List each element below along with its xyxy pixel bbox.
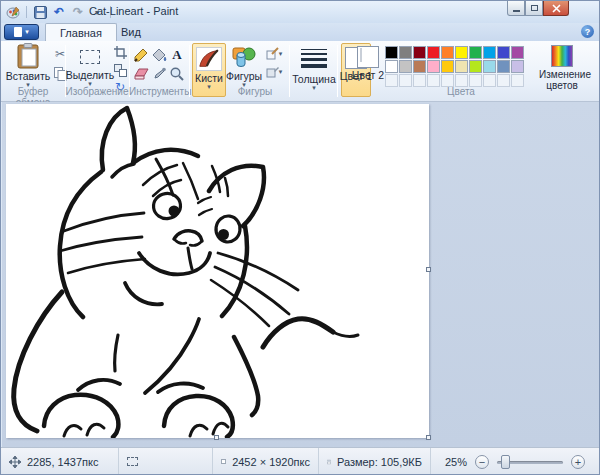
text-tool-button[interactable]: A (168, 46, 186, 64)
palette-color[interactable] (441, 60, 454, 73)
cut-button[interactable]: ✂ (51, 46, 69, 62)
palette-color[interactable] (427, 46, 440, 59)
window-controls (507, 1, 569, 16)
palette-color[interactable] (483, 46, 496, 59)
zoom-slider-thumb[interactable] (501, 455, 510, 469)
fill-style-icon (266, 65, 279, 78)
text-tool-icon: A (172, 47, 181, 63)
color2-button[interactable]: Цвет 2 (353, 43, 383, 97)
resize-icon (114, 64, 127, 77)
zoom-in-button[interactable]: + (571, 455, 585, 469)
cursor-position-value: 2285, 1437пкс (27, 456, 98, 468)
edit-colors-icon (551, 45, 573, 67)
selection-size-icon (127, 457, 138, 466)
maximize-icon (531, 5, 538, 11)
chevron-down-icon: ▾ (25, 28, 29, 36)
eraser-tool-button[interactable] (132, 65, 150, 83)
shape-fill-button[interactable]: ▾ (262, 63, 286, 79)
eyedropper-icon (152, 67, 166, 81)
edit-colors-button[interactable]: Изменение цветов (539, 43, 585, 91)
help-button[interactable]: ? (581, 25, 594, 38)
title-bar: ↶ ↷ ▾ Cat-Lineart - Paint (1, 1, 599, 23)
shapes-icon (232, 47, 256, 69)
minimize-icon (513, 10, 520, 12)
save-icon (34, 6, 47, 19)
size-button[interactable]: Толщина ▾ (293, 43, 335, 97)
image-size-value: 2452 × 1920пкс (232, 456, 310, 468)
palette-color[interactable] (413, 60, 426, 73)
fill-tool-button[interactable] (150, 46, 168, 64)
canvas-resize-handle-right[interactable] (426, 267, 431, 272)
workspace (2, 102, 600, 447)
chevron-down-icon: ▾ (279, 69, 283, 74)
palette-color[interactable] (455, 46, 468, 59)
ribbon-tab-row: ▾ Главная Вид ? (1, 23, 599, 41)
redo-button[interactable]: ↷ (70, 4, 86, 20)
edit-colors-label: Изменение цветов (539, 69, 585, 91)
paste-clipboard-icon (17, 43, 39, 69)
zoom-out-button[interactable]: − (475, 455, 489, 469)
palette-color[interactable] (441, 46, 454, 59)
group-separator (337, 45, 338, 97)
palette-color[interactable] (483, 60, 496, 73)
magnifier-tool-button[interactable] (168, 65, 186, 83)
palette-color[interactable] (469, 46, 482, 59)
shape-outline-button[interactable]: ▾ (262, 45, 286, 61)
group-separator (189, 45, 190, 97)
cursor-position-icon (9, 456, 21, 468)
drawing-canvas[interactable] (6, 104, 429, 438)
selection-size-cell (119, 448, 213, 475)
maximize-button[interactable] (525, 1, 543, 16)
zoom-controls: 25% − + (431, 448, 599, 475)
undo-button[interactable]: ↶ (51, 4, 67, 20)
cat-lineart-drawing (6, 104, 429, 438)
palette-color[interactable] (427, 60, 440, 73)
app-menu-button[interactable]: ▾ (4, 24, 39, 40)
crop-button[interactable] (111, 44, 129, 60)
color-palette (385, 46, 537, 88)
app-menu-icon (14, 27, 22, 37)
file-size-value: Размер: 105,9КБ (337, 456, 422, 468)
group-label-colors: Цвета (385, 86, 537, 97)
outline-icon (266, 47, 279, 60)
select-icon (80, 50, 100, 64)
zoom-slider[interactable] (497, 455, 563, 469)
save-button[interactable] (32, 4, 48, 20)
magnifier-icon (170, 67, 184, 81)
brush-icon (196, 47, 222, 71)
image-size-icon (221, 456, 226, 467)
palette-color[interactable] (399, 60, 412, 73)
close-button[interactable] (543, 1, 569, 16)
tab-view[interactable]: Вид (107, 23, 155, 41)
crop-icon (114, 46, 127, 59)
color2-swatch (357, 46, 379, 68)
pencil-icon (134, 48, 148, 62)
paint-app-icon[interactable] (5, 4, 21, 20)
minimize-button[interactable] (507, 1, 525, 16)
chevron-down-icon: ▾ (207, 84, 211, 89)
pencil-tool-button[interactable] (132, 46, 150, 64)
palette-color[interactable] (511, 60, 524, 73)
palette-color[interactable] (399, 46, 412, 59)
palette-color[interactable] (497, 46, 510, 59)
chevron-down-icon: ▾ (312, 85, 316, 90)
group-label-image: Изображение (65, 86, 129, 97)
color2-label: Цвет 2 (351, 70, 385, 81)
resize-button[interactable] (111, 62, 129, 78)
palette-color[interactable] (511, 46, 524, 59)
group-separator (289, 45, 290, 97)
palette-color[interactable] (413, 46, 426, 59)
palette-color[interactable] (385, 60, 398, 73)
palette-color[interactable] (469, 60, 482, 73)
window-title: Cat-Lineart - Paint (89, 5, 178, 17)
palette-color[interactable] (385, 46, 398, 59)
zoom-level-value: 25% (445, 456, 467, 468)
brushes-button[interactable]: Кисти ▾ (192, 43, 226, 97)
close-icon (552, 4, 561, 13)
canvas-resize-handle-corner[interactable] (426, 435, 431, 440)
palette-color[interactable] (497, 60, 510, 73)
file-size-icon (327, 456, 331, 468)
canvas-resize-handle-bottom[interactable] (214, 435, 219, 440)
palette-color[interactable] (455, 60, 468, 73)
color-picker-tool-button[interactable] (150, 65, 168, 83)
